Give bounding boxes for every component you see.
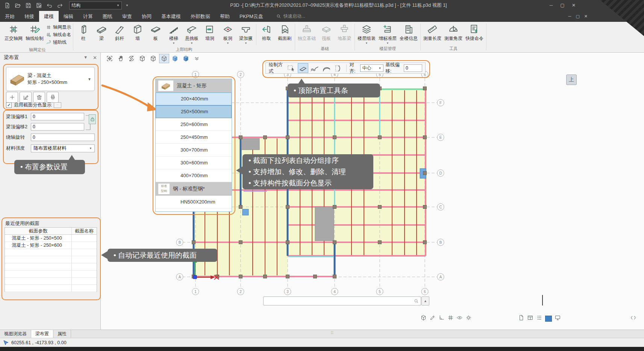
add-section-button[interactable]	[6, 92, 18, 103]
customize-toolbar-arrow[interactable]: ▼	[126, 4, 129, 7]
ribbon-button-悬挑板[interactable]: 悬挑板▾	[183, 23, 201, 45]
tab-建模[interactable]: 建模	[39, 11, 59, 22]
monitor-icon[interactable]	[555, 315, 561, 322]
undo-icon[interactable]	[45, 2, 53, 9]
recent-table-row[interactable]	[5, 263, 97, 270]
recent-sections-table[interactable]: 截面参数截面名称混凝土 - 矩形 - 250×500混凝土 - 矩形 - 250…	[5, 227, 97, 292]
field-input-绕轴旋转[interactable]: 0	[31, 134, 95, 141]
open-file-icon[interactable]	[14, 2, 22, 9]
color-display-checkbox[interactable]: ✓	[6, 102, 12, 108]
expand-panel-icon[interactable]	[630, 315, 636, 322]
draw-tool-arc[interactable]	[321, 63, 332, 73]
ribbon-button-快捷命令[interactable]: 快捷命令	[464, 23, 485, 45]
annotate-icon[interactable]	[429, 315, 436, 322]
tab-协同[interactable]: 协同	[137, 11, 156, 22]
view-cube-icon[interactable]	[420, 315, 427, 322]
edit-section-button[interactable]	[20, 92, 32, 103]
draw-tool-select[interactable]	[286, 63, 297, 73]
tab-计算[interactable]: 计算	[78, 11, 98, 22]
command-input[interactable]	[263, 296, 421, 305]
recent-table-row[interactable]	[5, 278, 97, 285]
tab-基本建模[interactable]: 基本建模	[156, 11, 186, 22]
redo-icon[interactable]	[56, 2, 64, 9]
recent-table-row[interactable]: 混凝土 - 矩形 - 250×600	[5, 242, 97, 249]
recent-table-row[interactable]	[5, 270, 97, 278]
tab-外部数据[interactable]: 外部数据	[186, 11, 215, 22]
workspace-combo[interactable]: 结构▼	[69, 2, 122, 9]
new-view-icon[interactable]	[518, 315, 524, 322]
quick-launch-search[interactable]: 快速启动...	[276, 11, 305, 22]
new-file-icon[interactable]	[3, 2, 11, 9]
ribbon-button-正交轴网[interactable]: 正交轴网	[3, 23, 24, 45]
section-option-250×500mm[interactable]: 250×500mm	[156, 105, 232, 118]
active-display-indicator[interactable]	[545, 316, 552, 322]
lock-offsets-button[interactable]	[89, 114, 96, 124]
ribbon-button-截面刷[interactable]: 截面刷	[276, 23, 294, 45]
settings-gear-icon[interactable]	[465, 315, 472, 322]
ribbon-button-辅助线[interactable]: 辅助线	[46, 39, 71, 46]
list-view-icon[interactable]	[536, 315, 542, 322]
field-input-梁顶偏移1[interactable]: 0	[31, 113, 84, 120]
ribbon-button-轴线绘制[interactable]: 轴线绘制	[24, 23, 45, 45]
ortho-angle-icon[interactable]	[438, 315, 445, 322]
ribbon-button-梁加腋[interactable]: 梁加腋▾	[237, 23, 255, 45]
orbit-icon[interactable]	[126, 54, 136, 63]
align-select[interactable]: 中心▼	[360, 64, 384, 72]
section-option-HN500X200mm[interactable]: HN500X200mm	[156, 196, 232, 208]
tabbar-grip[interactable]: ⁞⁞	[331, 331, 334, 335]
maximize-button[interactable]: ▢	[560, 3, 565, 8]
section-option-300×600mm[interactable]: 300×600mm	[156, 157, 232, 169]
save-icon[interactable]	[24, 2, 32, 9]
visibility-icon[interactable]	[456, 315, 463, 322]
dock-tab-视图浏览器[interactable]: 视图浏览器	[0, 330, 31, 338]
tile-windows-icon[interactable]	[527, 315, 533, 322]
section-option-400×700mm[interactable]: 400×700mm	[156, 169, 232, 182]
draw-tool-arc-tangent[interactable]	[333, 63, 343, 73]
wireframe-view-icon[interactable]	[137, 54, 147, 63]
ribbon-button-测量角度[interactable]: 测量角度	[443, 23, 464, 45]
field-input-梁顶偏移2[interactable]: 0	[31, 123, 84, 131]
doc-minimize-button[interactable]: ─	[568, 11, 571, 22]
ribbon-button-板[interactable]: 板	[147, 23, 165, 45]
hidden-line-view-icon[interactable]	[148, 54, 158, 63]
ribbon-button-斜杆[interactable]: 斜杆	[111, 23, 129, 45]
draw-tool-line[interactable]	[298, 63, 308, 73]
tab-编辑[interactable]: 编辑	[59, 11, 78, 22]
grid-toggle-icon[interactable]	[447, 315, 454, 322]
ribbon-button-墙洞[interactable]: 墙洞	[201, 23, 219, 45]
ribbon-button-测量长度[interactable]: 测量长度	[422, 23, 443, 45]
tab-审查[interactable]: 审查	[117, 11, 137, 22]
ribbon-button-板洞[interactable]: 板洞▾	[219, 23, 237, 45]
color-settings-button[interactable]: ··	[54, 102, 61, 108]
ribbon-button-墙[interactable]: 墙	[129, 23, 147, 45]
section-option-300×700mm[interactable]: 300×700mm	[156, 144, 232, 157]
draw-tool-polyline[interactable]	[309, 63, 320, 73]
recent-table-row[interactable]	[5, 285, 97, 292]
baseline-offset-input[interactable]: 0	[404, 64, 422, 72]
section-option-250×600mm[interactable]: 250×600mm	[156, 118, 232, 131]
doc-close-button[interactable]: ✕	[584, 11, 588, 22]
north-indicator[interactable]: 上	[566, 74, 577, 85]
section-option-200×400mm[interactable]: 200×400mm	[156, 93, 232, 105]
close-button[interactable]: ✕	[571, 3, 576, 8]
ribbon-button-全楼信息[interactable]: 全楼信息	[398, 23, 419, 45]
section-dropdown-arrow[interactable]: ▼	[85, 77, 94, 81]
material-select[interactable]: 随布置楼层材料▼	[31, 144, 95, 152]
ribbon-button-楼层组装[interactable]: 楼层组装▾	[356, 23, 377, 45]
recent-table-row[interactable]	[5, 249, 97, 256]
ribbon-button-轴网显示[interactable]: 轴网显示	[46, 24, 71, 30]
shaded-view-icon[interactable]	[170, 54, 180, 63]
ribbon-button-拾取[interactable]: 拾取	[258, 23, 276, 45]
ribbon-button-轴线命名[interactable]: 轴线命名	[46, 32, 71, 38]
section-option-250×450mm[interactable]: 250×450mm	[156, 131, 232, 144]
realistic-view-icon[interactable]	[181, 54, 191, 63]
pan-icon[interactable]	[115, 54, 126, 63]
delete-section-button[interactable]	[33, 92, 45, 103]
minimize-button[interactable]: ─	[549, 3, 554, 8]
tab-PKPM云盘[interactable]: PKPM云盘	[235, 11, 268, 22]
recent-table-row[interactable]	[5, 256, 97, 263]
current-section-card[interactable]: 梁 - 混凝土 矩形 - 250×500mm ▼	[6, 67, 95, 91]
ribbon-button-梁[interactable]: 梁	[92, 23, 111, 45]
more-views-chevron-icon[interactable]	[192, 54, 202, 63]
tab-开始[interactable]: 开始	[0, 11, 20, 22]
